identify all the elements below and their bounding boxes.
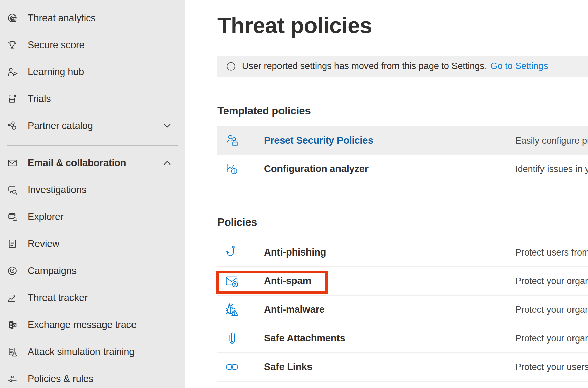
sidebar-item-secure-score[interactable]: Secure score [0,31,185,58]
banner-text: User reported settings has moved from th… [242,61,548,71]
learning-hub-icon [7,66,18,78]
policies-rules-icon [7,373,18,384]
sidebar-item-label: Threat tracker [28,292,88,303]
attack-simulation-icon [7,346,18,357]
go-to-settings-link[interactable]: Go to Settings [490,61,548,71]
sidebar-item-label: Email & collaboration [28,157,126,169]
policy-row-preset-security-policies[interactable]: Preset Security PoliciesEasily configure… [217,126,588,155]
sidebar-item-explorer[interactable]: Explorer [0,203,185,230]
campaigns-icon [7,265,18,276]
sidebar-item-label: Attack simulation training [28,346,135,357]
configuration-analyzer-icon [224,161,240,177]
sidebar-item-learning-hub[interactable]: Learning hub [0,58,185,85]
chevron-up-icon[interactable] [162,158,172,168]
policies-list: Anti-phishingProtect users from pAnti-sp… [217,238,588,382]
main-content: Threat policies User reported settings h… [185,0,588,388]
policy-row-description: Identify issues in you [515,163,588,174]
exchange-icon [7,319,18,330]
policy-row-label: Safe Links [264,361,312,372]
sidebar-item-exchange-message-trace[interactable]: Exchange message trace [0,311,185,338]
policy-row-anti-spam[interactable]: Anti-spamProtect your organiz [217,267,588,296]
policy-row-description: Protect your organiz [515,333,588,344]
banner-message: User reported settings has moved from th… [242,61,487,71]
preset-security-policies-icon [224,133,240,148]
section-heading-templated-policies: Templated policies [217,105,311,117]
investigations-icon [7,184,18,196]
threat-tracker-icon [7,292,18,303]
sidebar-item-trials[interactable]: Trials [0,85,185,112]
sidebar-item-attack-simulation-training[interactable]: Attack simulation training [0,338,185,365]
page-title: Threat policies [217,14,372,36]
policy-row-description: Easily configure prot [515,135,588,146]
policy-row-description: Protect users from p [515,247,588,258]
policy-row-description: Protect your organiz [515,304,588,315]
sidebar-top-group: Threat analyticsSecure scoreLearning hub… [0,0,185,139]
policy-row-safe-attachments[interactable]: Safe AttachmentsProtect your organiz [217,324,588,353]
chevron-down-icon[interactable] [162,121,172,131]
info-banner: User reported settings has moved from th… [217,56,588,77]
secure-score-icon [7,39,18,51]
section-heading-policies: Policies [217,216,257,229]
sidebar-item-label: Learning hub [28,66,84,78]
policy-row-label: Anti-malware [264,304,325,315]
anti-phishing-icon [224,245,240,260]
anti-spam-icon [224,273,240,289]
explorer-icon [7,211,18,222]
sidebar-item-label: Campaigns [28,265,77,276]
sidebar-item-review[interactable]: Review [0,230,185,257]
policy-row-description: Protect your organiz [515,276,588,286]
policy-row-configuration-analyzer[interactable]: Configuration analyzerIdentify issues in… [217,155,588,183]
threat-policies-screen: Threat analyticsSecure scoreLearning hub… [0,0,588,388]
sidebar-item-campaigns[interactable]: Campaigns [0,257,185,284]
policy-row-label: Safe Attachments [264,333,345,344]
policy-row-label: Anti-phishing [264,247,326,258]
sidebar-item-policies-rules[interactable]: Policies & rules [0,365,185,388]
sidebar-bottom-group: Email & collaborationInvestigationsExplo… [0,146,185,388]
sidebar-item-label: Investigations [28,184,87,196]
sidebar: Threat analyticsSecure scoreLearning hub… [0,0,185,388]
sidebar-item-label: Partner catalog [28,120,93,131]
policy-row-label: Configuration analyzer [264,163,369,174]
info-icon [226,61,236,71]
policy-row-anti-phishing[interactable]: Anti-phishingProtect users from p [217,238,588,267]
safe-attachments-icon [224,331,240,346]
sidebar-item-label: Trials [28,93,51,105]
mail-icon [7,157,18,169]
policy-row-label: Preset Security Policies [264,135,373,146]
anti-malware-icon [224,302,240,318]
sidebar-item-threat-analytics[interactable]: Threat analytics [0,4,185,31]
policy-row-anti-malware[interactable]: Anti-malwareProtect your organiz [217,296,588,324]
trials-icon [7,93,18,105]
sidebar-item-label: Threat analytics [28,12,96,24]
safe-links-icon [224,359,240,375]
sidebar-item-label: Exchange message trace [28,319,137,330]
sidebar-item-label: Review [28,238,59,249]
sidebar-item-threat-tracker[interactable]: Threat tracker [0,284,185,311]
sidebar-item-email-collaboration[interactable]: Email & collaboration [0,149,185,176]
threat-analytics-icon [7,12,18,24]
policy-row-safe-links[interactable]: Safe LinksProtect your users fr [217,353,588,382]
policy-row-label: Anti-spam [264,275,311,287]
sidebar-item-label: Secure score [28,39,84,51]
sidebar-item-investigations[interactable]: Investigations [0,176,185,203]
sidebar-item-label: Explorer [28,211,63,222]
sidebar-item-partner-catalog[interactable]: Partner catalog [0,112,185,139]
policy-row-description: Protect your users fr [515,362,588,372]
templated-policies-list: Preset Security PoliciesEasily configure… [217,126,588,183]
review-icon [7,238,18,249]
partner-catalog-icon [7,120,18,131]
sidebar-item-label: Policies & rules [28,373,93,384]
